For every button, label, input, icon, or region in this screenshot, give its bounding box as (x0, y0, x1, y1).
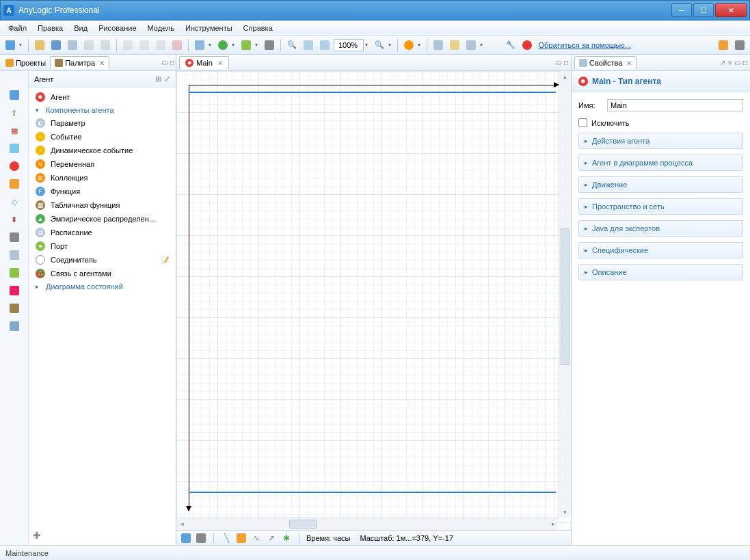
pal-cat-pedestrian-icon[interactable]: ⇪ (8, 107, 21, 119)
minimize-view-icon[interactable]: ▭ (161, 59, 168, 66)
pal-cat-connectivity-icon[interactable] (8, 284, 21, 297)
minimize-editor-icon[interactable]: ▭ (555, 59, 561, 66)
new-dropdown[interactable]: ▾ (19, 42, 25, 48)
stop-button[interactable] (262, 38, 277, 53)
views-button[interactable] (732, 38, 747, 53)
palette-grid-view-icon[interactable]: ⊞ (155, 75, 161, 83)
canvas[interactable]: ▴ ▾ ◂ ▸ (176, 71, 571, 530)
menu-draw[interactable]: Рисование (93, 22, 142, 34)
tool-state-icon[interactable]: ✱ (281, 533, 292, 544)
copy-button[interactable] (65, 38, 80, 53)
section-java-experts[interactable]: Java для экспертов (578, 220, 743, 237)
menu-tools[interactable]: Инструменты (180, 22, 238, 34)
tab-close-icon[interactable]: ✕ (217, 59, 223, 67)
pal-cat-state-icon[interactable] (8, 249, 21, 261)
add-palette-button[interactable]: ✚ (29, 526, 176, 545)
pal-section-components[interactable]: Компоненты агента (31, 104, 173, 116)
menu-model[interactable]: Модель (142, 22, 180, 34)
layout-button[interactable] (464, 38, 479, 53)
section-process-diagram[interactable]: Агент в диаграмме процесса (578, 155, 743, 171)
paste-button[interactable] (153, 38, 168, 53)
scroll-up-icon[interactable]: ▴ (559, 71, 570, 82)
menu-edit[interactable]: Правка (32, 22, 68, 34)
vertical-scrollbar[interactable]: ▴ ▾ (559, 71, 571, 518)
tool-curve-icon[interactable]: ∿ (251, 533, 262, 544)
section-description[interactable]: Описание (578, 264, 743, 280)
debug-dropdown[interactable]: ▾ (255, 42, 260, 48)
maximize-button[interactable]: ☐ (693, 3, 714, 17)
close-button[interactable]: ✕ (715, 3, 747, 17)
zoom-tool-dropdown[interactable]: ▾ (388, 42, 394, 48)
pal-item-event[interactable]: ⚡Событие (31, 130, 173, 144)
zoom-value[interactable]: 100% (334, 39, 364, 51)
undo-button[interactable] (81, 38, 96, 53)
minimize-button[interactable]: ─ (671, 3, 692, 17)
maximize-editor-icon[interactable]: □ (564, 59, 568, 66)
pal-cat-process-icon[interactable] (8, 89, 21, 101)
pal-item-table-function[interactable]: ▦Табличная функция (31, 198, 173, 212)
cut-button[interactable] (120, 38, 135, 53)
menu-help[interactable]: Справка (238, 22, 278, 34)
exclude-checkbox[interactable] (578, 118, 587, 127)
name-input[interactable] (607, 99, 743, 111)
maximize-view-icon[interactable]: □ (743, 59, 747, 66)
pal-cat-action-icon[interactable] (8, 267, 21, 279)
menu-view[interactable]: Вид (68, 22, 93, 34)
minimize-view-icon[interactable]: ▭ (734, 59, 740, 66)
redo-button[interactable] (98, 38, 113, 53)
pal-cat-analysis-icon[interactable]: ⬍ (8, 213, 21, 226)
section-agent-actions[interactable]: Действия агента (578, 133, 743, 149)
zoom-tool-button[interactable]: 🔍 (372, 38, 387, 53)
build-button[interactable] (192, 38, 207, 53)
section-space-network[interactable]: Пространство и сеть (578, 198, 743, 215)
scroll-left-icon[interactable]: ◂ (176, 518, 187, 529)
help-icon[interactable]: 🔧 (503, 38, 518, 53)
pal-item-connector[interactable]: Соединитель (31, 253, 173, 267)
tool-shape-icon[interactable] (236, 533, 247, 544)
scroll-right-icon[interactable]: ▸ (548, 518, 559, 529)
run-dropdown[interactable]: ▾ (232, 42, 237, 48)
zoom-dropdown[interactable]: ▾ (365, 42, 371, 48)
open-button[interactable] (32, 38, 47, 53)
view-2d-icon[interactable] (180, 533, 191, 544)
maximize-view-icon[interactable]: □ (170, 59, 174, 66)
pal-cat-rail-icon[interactable]: ▦ (8, 124, 21, 137)
tab-properties[interactable]: Свойства ✕ (574, 56, 637, 69)
pin-icon[interactable]: ↗ (720, 59, 725, 66)
debug-button[interactable] (239, 38, 254, 53)
zoom-fit-button[interactable] (301, 38, 316, 53)
pal-item-function[interactable]: FФункция (31, 185, 173, 198)
editor-tab-main[interactable]: ✱ Main ✕ (179, 56, 229, 69)
horizontal-scroll-thumb[interactable] (289, 520, 317, 529)
pal-item-parameter[interactable]: ◐Параметр (31, 116, 173, 130)
vertical-scroll-thumb[interactable] (561, 228, 570, 365)
pal-item-agent-link[interactable]: ∴Связь с агентами (31, 267, 173, 280)
section-specific[interactable]: Специфические (578, 242, 743, 258)
search-button[interactable]: 🔍 (284, 38, 299, 53)
pal-cat-controls-icon[interactable] (8, 231, 21, 243)
menu-file[interactable]: Файл (3, 22, 32, 34)
new-button[interactable] (3, 38, 18, 53)
color-dropdown[interactable]: ▾ (418, 42, 423, 48)
snap-button[interactable] (447, 38, 462, 53)
pal-item-agent[interactable]: ✱Агент (31, 90, 173, 104)
tab-close-icon[interactable]: ✕ (99, 59, 105, 67)
copy2-button[interactable] (137, 38, 152, 53)
pal-cat-presentation-icon[interactable] (8, 178, 21, 190)
pal-cat-pictures-icon[interactable] (8, 302, 21, 315)
pal-section-statechart[interactable]: Диаграмма состояний (31, 280, 173, 293)
section-movement[interactable]: Движение (578, 176, 743, 193)
pal-item-dynamic-event[interactable]: ⚡Динамическое событие (31, 144, 173, 157)
run-button[interactable] (215, 38, 230, 53)
pal-item-empirical[interactable]: ▲Эмпирическое распределен... (31, 212, 173, 226)
color-button[interactable] (401, 38, 416, 53)
tab-close-icon[interactable]: ✕ (626, 59, 632, 67)
tool-line-icon[interactable]: ╲ (221, 533, 232, 544)
pal-item-variable[interactable]: VПеременная (31, 157, 173, 171)
pal-item-port[interactable]: ●Порт (31, 239, 173, 253)
pal-cat-space-icon[interactable]: ◇ (8, 196, 21, 208)
tab-palette[interactable]: Палитра ✕ (50, 56, 109, 69)
view-3d-icon[interactable] (196, 533, 206, 544)
help-link[interactable]: Обратиться за помощью... (539, 41, 632, 49)
layout-dropdown[interactable]: ▾ (480, 42, 485, 48)
